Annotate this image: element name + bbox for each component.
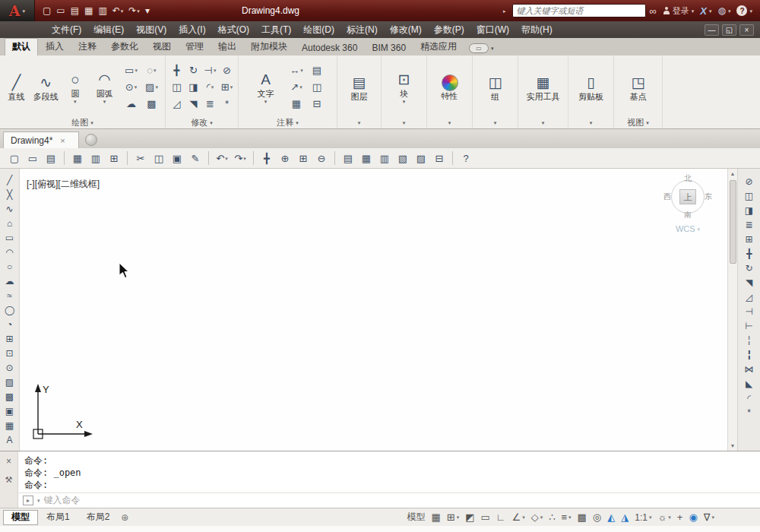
scale-button[interactable]: ◥ [185, 96, 202, 112]
viewcube-west[interactable]: 西 [663, 192, 671, 202]
isolate-objects-button[interactable]: ◉ [689, 511, 697, 523]
qat-customize-button[interactable]: ▾ [144, 3, 151, 18]
viewcube-north[interactable]: 北 [684, 173, 692, 184]
scale-tool[interactable]: ◥ [742, 276, 757, 290]
ribbon-tab[interactable]: 输出 [211, 39, 243, 55]
polar-tracking-toggle[interactable]: ∠ ▾ [511, 511, 524, 523]
rotate-button[interactable]: ↻ [185, 62, 202, 79]
hatch-tool[interactable]: ▨ [2, 375, 17, 389]
viewcube-top-face[interactable]: 上 [679, 189, 696, 204]
model-tab[interactable]: 模型 [3, 510, 38, 525]
annotation-scale-button[interactable]: 1:1 ▾ [635, 512, 651, 523]
revision-cloud-button[interactable]: ☁ [121, 96, 141, 112]
tool-palettes-button[interactable]: ▥ [376, 150, 393, 166]
markup-set-manager-button[interactable]: ▨ [413, 150, 429, 166]
make-block-tool[interactable]: ⊡ [2, 347, 17, 360]
panel-label-draw[interactable]: 绘图 ▾ [0, 116, 165, 128]
panel-label-modify[interactable]: 修改 ▾ [166, 116, 238, 128]
zoom-window-button[interactable]: ⊞ [295, 150, 312, 166]
selection-cycling-toggle[interactable]: ◎ [593, 511, 601, 523]
region-tool[interactable]: ▣ [2, 404, 17, 418]
new-button[interactable]: ▢ [6, 150, 23, 166]
ribbon-tab[interactable]: 参数化 [104, 39, 145, 55]
stretch-button[interactable]: ◿ [169, 96, 185, 112]
extend-tool[interactable]: ⊢ [742, 319, 757, 333]
linear-dimension-button[interactable]: ↔ ▾ [287, 62, 307, 79]
line-button[interactable]: ╱ 直线 [3, 73, 30, 101]
properties-button[interactable]: 特性 [432, 74, 467, 100]
fillet-button[interactable]: ◜ ▾ [202, 79, 219, 96]
undo-button[interactable]: ↶ ▾ [214, 150, 230, 166]
revision-cloud-tool[interactable]: ☁ [2, 274, 17, 288]
block-button[interactable]: ⊡ 块 ▾ [387, 70, 422, 104]
restore-button[interactable]: ◱ [722, 24, 736, 36]
snap-mode-toggle[interactable]: ⊞ ▾ [447, 511, 459, 523]
table-tool[interactable]: ▦ [2, 419, 17, 432]
group-button[interactable]: ◫ 组 [478, 73, 513, 101]
tab-close-icon[interactable]: × [60, 136, 65, 145]
redo-button[interactable]: ↷ ▾ [232, 150, 249, 166]
multiline-text-tool[interactable]: A [2, 433, 17, 447]
insert-block-tool[interactable]: ⊞ [2, 332, 17, 346]
help-button[interactable]: ? [458, 150, 474, 166]
menu-item[interactable]: 标注(N) [340, 21, 384, 38]
clipboard-button[interactable]: ▯ 剪贴板 [574, 73, 609, 101]
qat-undo-button[interactable]: ↶ ▾ [111, 3, 125, 18]
multileader-button[interactable]: ↗ ▾ [287, 79, 307, 96]
scrollbar-thumb[interactable] [730, 180, 736, 264]
ribbon-tab[interactable]: 视图 [146, 39, 178, 55]
menu-item[interactable]: 文件(F) [46, 21, 87, 38]
ellipse-button[interactable]: ◌ ▾ [141, 62, 162, 79]
annotation-autoscale-toggle[interactable]: ◮ [621, 511, 629, 523]
menu-item[interactable]: 帮助(H) [515, 21, 559, 38]
spline-tool[interactable]: ≈ [2, 289, 17, 302]
wcs-dropdown[interactable]: WCS ▾ [663, 224, 712, 233]
chevron-down-icon[interactable]: ▾ [37, 498, 40, 503]
new-drawing-tab-button[interactable] [85, 134, 97, 146]
ribbon-tab[interactable]: BIM 360 [365, 41, 413, 55]
properties-palette-button[interactable]: ▤ [340, 150, 356, 166]
scroll-up-arrow[interactable]: ▲ [730, 169, 736, 179]
ortho-mode-toggle[interactable]: ∟ [496, 511, 506, 523]
close-button[interactable]: × [739, 24, 754, 36]
qat-redo-button[interactable]: ↷ ▾ [127, 3, 141, 18]
drawing-canvas[interactable]: [-][俯视][二维线框] 北 南 西 东 上 WCS ▾ [20, 169, 727, 451]
ellipse-arc-tool[interactable]: ◔ [2, 318, 17, 331]
scroll-down-arrow[interactable]: ▼ [730, 441, 736, 451]
command-input[interactable]: ▸ ▾ 键入命令 [18, 492, 760, 508]
gradient-button[interactable]: ▩ [141, 96, 162, 112]
rectangle-button[interactable]: ▭ ▾ [121, 62, 141, 79]
cut-button[interactable]: ✂ [132, 150, 149, 166]
open-button[interactable]: ▭ [24, 150, 41, 166]
publish-button[interactable]: ⊞ [106, 150, 122, 166]
search-input[interactable] [512, 4, 646, 17]
trim-button[interactable]: ⊣ ▾ [202, 62, 219, 79]
chamfer-tool[interactable]: ◣ [742, 377, 757, 391]
ribbon-tab[interactable]: Autodesk 360 [295, 41, 364, 55]
search-binoculars-icon[interactable]: ∞ [650, 5, 657, 17]
table-button[interactable]: ▦ [287, 96, 307, 112]
point-tool[interactable]: ⊙ [2, 361, 17, 375]
explode-button[interactable]: * [219, 96, 236, 112]
layout1-tab[interactable]: 布局1 [38, 510, 78, 525]
transparency-toggle[interactable]: ▩ [578, 511, 587, 523]
rotate-tool[interactable]: ↻ [742, 261, 757, 275]
ribbon-tab[interactable]: 插入 [39, 39, 71, 55]
qat-new-button[interactable]: ▢ [41, 3, 52, 18]
plot-button[interactable]: ▦ [69, 150, 86, 166]
explode-tool[interactable]: * [742, 406, 757, 420]
fillet-tool[interactable]: ◜ [742, 391, 757, 405]
plot-preview-button[interactable]: ▥ [87, 150, 104, 166]
exchange-apps-button[interactable]: X ▾ [700, 5, 711, 17]
move-tool[interactable]: ╋ [742, 247, 757, 261]
layout2-tab[interactable]: 布局2 [78, 510, 119, 525]
login-button[interactable]: 登录 ▾ [663, 5, 695, 17]
object-snap-toggle[interactable]: ◇ ▾ [531, 511, 543, 523]
copy-clip-button[interactable]: ◫ [150, 150, 167, 166]
qat-preview-button[interactable]: ▥ [97, 3, 108, 18]
base-view-button[interactable]: ◳ 基点 [621, 73, 656, 101]
break-at-point-tool[interactable]: ╎ [742, 334, 757, 347]
copy-tool[interactable]: ◫ [742, 189, 757, 203]
zoom-realtime-button[interactable]: ⊕ [277, 150, 293, 166]
communication-center-button[interactable]: ◍ ▾ [717, 5, 730, 16]
